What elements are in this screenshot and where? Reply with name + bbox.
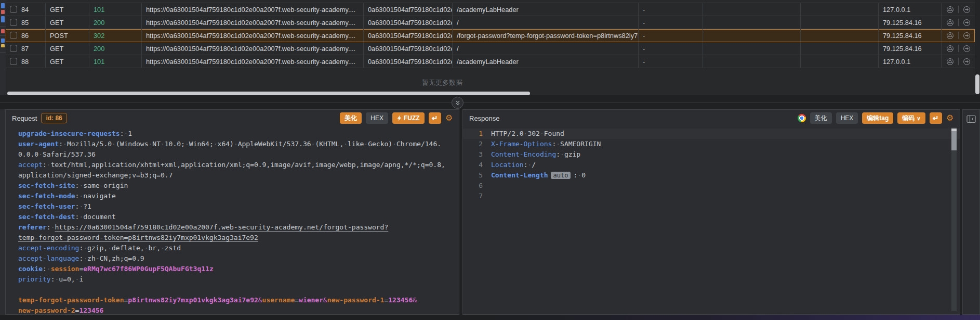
table-row[interactable]: 87 GET 200 https://0a63001504af759180c1d… (6, 42, 975, 55)
dash-cell: - (639, 55, 703, 68)
fuzz-button[interactable]: FUZZ (392, 112, 425, 124)
row-checkbox[interactable] (10, 32, 17, 39)
dash-cell: - (639, 29, 703, 42)
row-checkbox[interactable] (10, 58, 17, 65)
editor-line (18, 285, 459, 295)
encode-dropdown-button[interactable]: 编码 ∨ (897, 112, 925, 124)
editor-line: new-password-2=123456 (18, 305, 459, 314)
host-cell: 0a63001504af759180c1d02e00... (364, 29, 453, 42)
table-row[interactable]: 88 GET 101 https://0a63001504af759180c1d… (6, 55, 975, 68)
sidebar-tab-fragment[interactable] (1, 44, 5, 47)
editor-line: cookie:·session=eRMq7wc67f86WP0GupF5QAbu… (18, 264, 459, 274)
send-arrow-icon[interactable] (963, 19, 971, 27)
empty-cell (801, 42, 879, 55)
vertical-scrollbar[interactable] (975, 74, 979, 94)
dash-cell: - (639, 42, 703, 55)
host-cell: 0a63001504af759180c1d02e00... (364, 16, 453, 29)
chrome-browser-icon[interactable] (798, 114, 806, 122)
chevron-down-icon: ∨ (917, 116, 920, 121)
edit-tag-button[interactable]: 编辑tag (862, 112, 893, 124)
send-arrow-icon[interactable] (963, 6, 971, 14)
chrome-browser-icon[interactable] (946, 19, 954, 27)
response-hex-button[interactable]: HEX (836, 112, 858, 124)
row-actions (942, 3, 975, 16)
ip-cell: 127.0.0.1 (879, 3, 942, 16)
empty-cell (703, 29, 801, 42)
beautify-button[interactable]: 美化 (340, 112, 362, 124)
editor-line: user-agent:·Mozilla/5.0·(Windows·NT·10.0… (18, 139, 459, 149)
sidebar-tab-fragment[interactable] (1, 10, 5, 14)
editor-line: 6 (463, 181, 960, 191)
line-number: 6 (463, 181, 491, 191)
editor-line: accept:·text/html,application/xhtml+xml,… (18, 160, 459, 170)
status-code-cell: 200 (89, 42, 142, 55)
actions-separator (958, 45, 959, 52)
editor-line: sec-fetch-mode:·navigate (18, 191, 459, 201)
url-cell: https://0a63001504af759180c1d02e00a2007f… (142, 55, 364, 68)
sidebar-tab-fragment[interactable] (1, 29, 5, 33)
dash-cell: - (639, 3, 703, 16)
empty-cell (801, 29, 879, 42)
newline-send-button[interactable]: ↵ (429, 112, 441, 124)
row-actions (942, 55, 975, 68)
editor-line: 1HTTP/2.0·302·Found (463, 129, 960, 139)
path-cell: / (453, 16, 639, 29)
editor-line: 3Content-Encoding:·gzip (463, 149, 960, 160)
chrome-browser-icon[interactable] (946, 6, 954, 14)
sidebar-tab-fragment[interactable] (1, 16, 5, 22)
send-arrow-icon[interactable] (963, 58, 971, 66)
response-beautify-button[interactable]: 美化 (810, 112, 832, 124)
editor-line: 7 (463, 191, 960, 201)
editor-line: 5Content-Lengthauto:·0 (463, 170, 960, 181)
return-arrow-icon: ↵ (432, 114, 438, 122)
line-number: 3 (463, 149, 491, 160)
response-editor[interactable]: 1HTTP/2.0·302·Found2X-Frame-Options:·SAM… (463, 126, 960, 314)
actions-separator (958, 32, 959, 39)
row-checkbox[interactable] (10, 45, 17, 52)
sidebar-tab-fragment[interactable] (1, 3, 5, 8)
request-editor[interactable]: upgrade-insecure-requests:·1user-agent:·… (6, 126, 459, 314)
horizontal-scrollbar[interactable] (7, 92, 530, 95)
bottom-status-strip (0, 315, 980, 320)
collapse-panel-icon[interactable] (966, 115, 976, 123)
request-panel: Request id: 86 美化 HEX FUZZ ↵ ⚙ upgrade-i… (5, 109, 459, 315)
chrome-browser-icon[interactable] (946, 45, 954, 53)
send-arrow-icon[interactable] (963, 45, 971, 53)
table-row[interactable]: 85 GET 200 https://0a63001504af759180c1d… (6, 16, 975, 29)
ip-cell: 79.125.84.16 (879, 16, 942, 29)
path-cell: /academyLabHeader (453, 55, 639, 68)
hex-button[interactable]: HEX (366, 112, 388, 124)
response-scrollbar[interactable] (951, 129, 957, 150)
editor-line: upgrade-insecure-requests:·1 (18, 129, 459, 139)
path-cell: /academyLabHeader (453, 3, 639, 16)
gear-icon: ⚙ (445, 113, 453, 122)
path-cell: / (453, 42, 639, 55)
collapse-divider-button[interactable] (452, 97, 463, 109)
table-row[interactable]: 86 POST 302 https://0a63001504af759180c1… (6, 29, 975, 42)
response-settings-button[interactable]: ⚙ (946, 114, 953, 122)
editor-line: 2X-Frame-Options:·SAMEORIGIN (463, 139, 960, 149)
empty-cell (801, 3, 879, 16)
table-row[interactable]: 84 GET 101 https://0a63001504af759180c1d… (6, 3, 975, 16)
chrome-browser-icon[interactable] (946, 32, 954, 40)
empty-cell (703, 55, 801, 68)
actions-separator (958, 6, 959, 13)
row-id: 88 (21, 58, 29, 66)
send-arrow-icon[interactable] (963, 32, 971, 40)
host-cell: 0a63001504af759180c1d02e00... (364, 55, 453, 68)
gear-icon: ⚙ (946, 113, 953, 122)
method-cell: GET (46, 3, 89, 16)
editor-line: 4Location:·/ (463, 160, 960, 170)
chrome-browser-icon[interactable] (946, 58, 954, 66)
path-cell: /forgot-password?temp-forgot-password-to… (453, 29, 639, 42)
request-settings-button[interactable]: ⚙ (445, 114, 453, 122)
row-checkbox[interactable] (10, 19, 17, 26)
response-panel: Response 美化 HEX 编辑tag 编码 ∨ ↵ ⚙ 1HTTP/2.0… (462, 109, 960, 315)
ip-cell: 127.0.0.1 (879, 55, 942, 68)
empty-cell (703, 16, 801, 29)
row-checkbox[interactable] (10, 6, 17, 13)
response-newline-button[interactable]: ↵ (930, 112, 942, 124)
sidebar-tab-fragment[interactable] (1, 39, 5, 43)
method-cell: GET (46, 55, 89, 68)
empty-cell (801, 16, 879, 29)
